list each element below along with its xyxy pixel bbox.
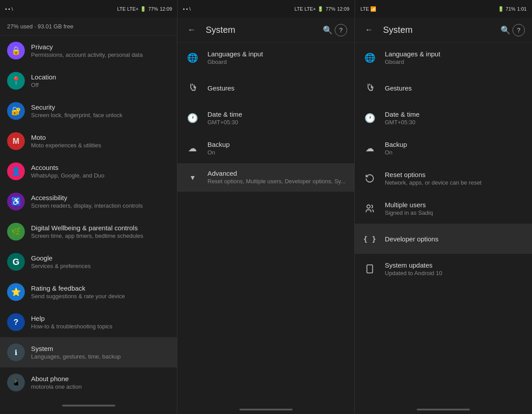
main-panels: 27% used · 93.01 GB free 🔒 Privacy Permi… <box>0 18 532 414</box>
mid-battery: 77% <box>325 6 335 12</box>
right-backup-icon: ☁ <box>362 140 378 156</box>
mid-backup-item[interactable]: ☁ Backup On <box>177 133 354 163</box>
security-icon: 🔐 <box>7 102 25 120</box>
settings-item-moto[interactable]: M Moto Moto experiences & utilities <box>0 126 177 156</box>
right-home-indicator <box>417 409 470 410</box>
help-text: Help How-to & troubleshooting topics <box>31 315 170 330</box>
left-signal: LTE LTE+ <box>117 6 138 12</box>
status-bar-mid: ▪ ▪ \ LTE LTE+ 🔋 77% 12:09 <box>177 0 355 18</box>
mid-back-button[interactable]: ← <box>184 23 199 37</box>
right-languages-text: Languages & input Gboard <box>385 50 525 65</box>
right-users-icon <box>362 201 378 217</box>
security-text: Security Screen lock, fingerprint, face … <box>31 103 170 118</box>
mid-languages-text: Languages & input Gboard <box>207 50 347 65</box>
mid-home-indicator <box>239 409 293 410</box>
accessibility-icon: ♿ <box>7 193 25 210</box>
right-developer-text: Developer options <box>385 235 525 243</box>
mid-datetime-item[interactable]: 🕐 Date & time GMT+05:30 <box>177 103 354 133</box>
right-time: 1:01 <box>517 6 527 12</box>
mid-gestures-text: Gestures <box>207 84 347 92</box>
mid-signal: LTE LTE+ <box>294 6 316 12</box>
mid-help-button[interactable]: ? <box>335 24 347 36</box>
mid-datetime-icon: 🕐 <box>184 110 200 126</box>
settings-item-rating[interactable]: ⭐ Rating & feedback Send suggestions & r… <box>0 277 177 307</box>
rating-text: Rating & feedback Send suggestions & rat… <box>31 284 170 300</box>
left-time: 12:09 <box>160 6 172 12</box>
right-reset-text: Reset options Network, apps, or device c… <box>385 171 525 186</box>
settings-item-location[interactable]: 📍 Location Off <box>0 66 177 96</box>
mid-gestures-item[interactable]: Gestures <box>177 73 354 103</box>
digital-wellbeing-icon: 🌿 <box>7 223 25 241</box>
left-status-icons: ▪ ▪ \ <box>5 6 13 12</box>
right-developer-item[interactable]: { } Developer options <box>355 224 532 254</box>
left-battery: 77% <box>148 6 158 12</box>
settings-item-help[interactable]: ? Help How-to & troubleshooting topics <box>0 307 177 337</box>
left-app-icons: ▪ ▪ \ <box>5 6 13 12</box>
left-battery-icon: 🔋 <box>140 6 146 12</box>
mid-advanced-item[interactable]: ▾ Advanced Reset options, Multiple users… <box>177 163 354 192</box>
settings-item-accessibility[interactable]: ♿ Accessibility Screen readers, display,… <box>0 186 177 217</box>
right-app-icons: LTE 📶 <box>360 6 376 12</box>
moto-icon: M <box>7 132 25 150</box>
right-backup-item[interactable]: ☁ Backup On <box>355 133 532 163</box>
settings-item-privacy[interactable]: 🔒 Privacy Permissions, account activity,… <box>0 35 177 66</box>
mid-backup-text: Backup On <box>207 141 347 156</box>
mid-time: 12:09 <box>337 6 349 12</box>
settings-item-security[interactable]: 🔐 Security Screen lock, fingerprint, fac… <box>0 96 177 126</box>
right-users-text: Multiple users Signed in as Sadiq <box>385 201 525 216</box>
privacy-icon: 🔒 <box>7 42 25 59</box>
right-updates-item[interactable]: System updates Updated to Android 10 <box>355 254 532 284</box>
location-icon: 📍 <box>7 72 25 90</box>
mid-gestures-icon <box>184 80 200 96</box>
mid-panel-header: ← System 🔍 ? <box>177 18 354 43</box>
right-datetime-icon: 🕐 <box>362 110 378 126</box>
svg-rect-1 <box>367 265 373 273</box>
mid-panel: ← System 🔍 ? 🌐 Languages & input Gboard … <box>177 18 355 414</box>
settings-item-google[interactable]: G Google Services & preferences <box>0 247 177 277</box>
right-help-button[interactable]: ? <box>512 24 525 36</box>
mid-signal-time: LTE LTE+ 🔋 77% 12:09 <box>294 6 349 12</box>
right-battery-icon: 🔋 <box>498 6 504 12</box>
right-backup-text: Backup On <box>385 141 525 156</box>
right-gestures-text: Gestures <box>385 84 525 92</box>
mid-languages-item[interactable]: 🌐 Languages & input Gboard <box>177 43 354 73</box>
right-panel-header: ← System 🔍 ? <box>355 18 532 43</box>
right-users-item[interactable]: Multiple users Signed in as Sadiq <box>355 193 532 224</box>
right-datetime-item[interactable]: 🕐 Date & time GMT+05:30 <box>355 103 532 133</box>
privacy-text: Privacy Permissions, account activity, p… <box>31 43 170 58</box>
right-updates-icon <box>362 261 378 277</box>
settings-item-digital-wellbeing[interactable]: 🌿 Digital Wellbeing & parental controls … <box>0 217 177 247</box>
right-back-button[interactable]: ← <box>362 23 376 37</box>
mid-search-button[interactable]: 🔍 <box>321 23 335 37</box>
right-reset-icon <box>362 170 378 186</box>
right-search-button[interactable]: 🔍 <box>498 23 512 37</box>
right-gestures-item[interactable]: Gestures <box>355 73 532 103</box>
settings-item-system[interactable]: ℹ System Languages, gestures, time, back… <box>0 337 177 367</box>
mid-app-icons: ▪ ▪ \ <box>183 6 191 12</box>
right-panel-title: System <box>383 25 498 35</box>
status-bar-right: LTE 📶 🔋 71% 1:01 <box>355 0 532 18</box>
mid-datetime-text: Date & time GMT+05:30 <box>207 110 347 126</box>
moto-text: Moto Moto experiences & utilities <box>31 134 170 149</box>
location-text: Location Off <box>31 73 170 88</box>
right-developer-icon: { } <box>362 231 378 247</box>
about-icon: 📱 <box>7 374 25 391</box>
mid-battery-icon: 🔋 <box>317 6 324 12</box>
right-languages-icon: 🌐 <box>362 50 378 66</box>
right-reset-item[interactable]: Reset options Network, apps, or device c… <box>355 163 532 193</box>
google-text: Google Services & preferences <box>31 254 170 269</box>
left-signal-time: LTE LTE+ 🔋 77% 12:09 <box>117 6 172 12</box>
digital-wellbeing-text: Digital Wellbeing & parental controls Sc… <box>31 224 170 239</box>
mid-languages-icon: 🌐 <box>184 50 200 66</box>
left-panel: 27% used · 93.01 GB free 🔒 Privacy Permi… <box>0 18 177 414</box>
settings-item-about[interactable]: 📱 About phone motorola one action <box>0 367 177 398</box>
right-languages-item[interactable]: 🌐 Languages & input Gboard <box>355 43 532 73</box>
right-datetime-text: Date & time GMT+05:30 <box>385 110 525 126</box>
advanced-chevron-icon: ▾ <box>184 170 200 185</box>
svg-point-0 <box>367 205 370 208</box>
status-bar-left: ▪ ▪ \ LTE LTE+ 🔋 77% 12:09 <box>0 0 177 18</box>
left-home-indicator <box>62 405 115 406</box>
settings-item-accounts[interactable]: 👤 Accounts WhatsApp, Google, and Duo <box>0 156 177 186</box>
accounts-text: Accounts WhatsApp, Google, and Duo <box>31 164 170 179</box>
advanced-text: Advanced Reset options, Multiple users, … <box>207 170 347 185</box>
